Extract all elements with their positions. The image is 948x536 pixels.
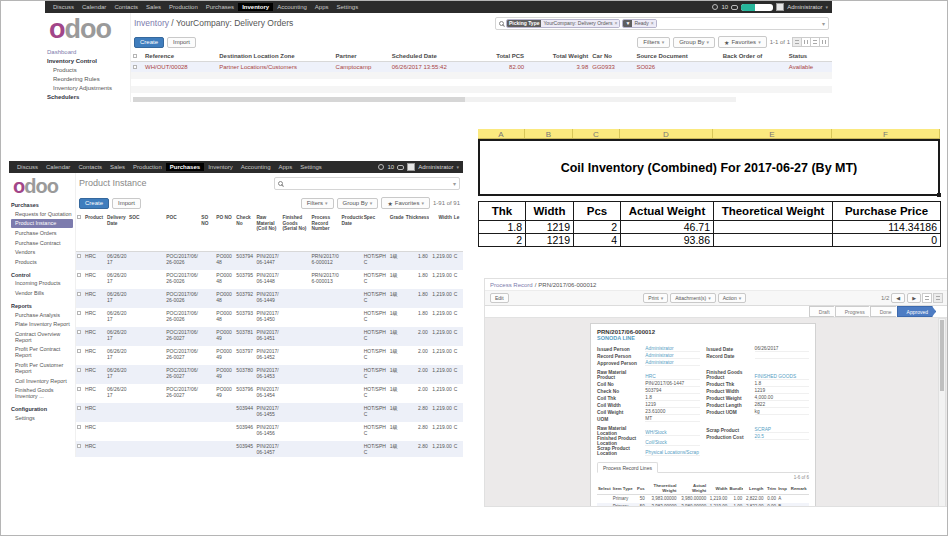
field-value[interactable]: FINISHED GOODS (755, 374, 809, 380)
row-checkbox[interactable] (76, 422, 84, 441)
table-row[interactable]: HRC06/26/2017POC/2017/06/26-0026PO000485… (76, 270, 463, 289)
field-value[interactable]: HRC (645, 374, 699, 380)
column-header[interactable]: Width (707, 482, 728, 495)
create-button[interactable]: Create (79, 198, 109, 209)
favorites-button[interactable]: ★Favorites▾ (718, 36, 767, 48)
column-header[interactable]: Partner (334, 51, 390, 62)
menu-item-inventory[interactable]: Inventory (238, 3, 273, 11)
horizontal-scrollbar[interactable] (133, 97, 736, 102)
menu-item-contacts[interactable]: Contacts (74, 163, 106, 171)
column-header[interactable]: Select (597, 482, 612, 495)
column-header[interactable]: Remark (790, 482, 809, 495)
table-row[interactable]: WH/OUT/00028Partner Locations/CustomersC… (131, 62, 832, 73)
row-checkbox[interactable] (131, 62, 143, 73)
menu-item-discuss[interactable]: Discuss (13, 163, 42, 171)
import-button[interactable]: Import (167, 37, 196, 48)
print-button[interactable]: Print▾ (643, 293, 668, 303)
status-step[interactable]: Done (870, 306, 900, 317)
column-header[interactable]: Total PCS (472, 51, 526, 62)
menu-item-sales[interactable]: Sales (106, 163, 129, 171)
field-value[interactable]: Administrator (645, 346, 699, 352)
search-input[interactable] (285, 180, 451, 186)
row-checkbox[interactable] (76, 365, 84, 384)
column-header[interactable]: Raw Material (Coil No) (255, 213, 281, 251)
select-all-checkbox[interactable] (131, 51, 143, 62)
row-checkbox[interactable] (76, 327, 84, 346)
remove-facet-icon[interactable]: × (651, 20, 654, 26)
sidebar-item[interactable]: Products (11, 257, 73, 267)
column-header[interactable]: Source Document (634, 51, 720, 62)
column-header[interactable]: Actual Weight (678, 482, 708, 495)
sidebar-item[interactable]: Incoming Products (11, 279, 73, 289)
column-header[interactable]: SOC (128, 213, 165, 251)
sidebar-item[interactable]: Profit Per Contract Report (11, 345, 73, 361)
column-header[interactable]: Destination Location Zone (217, 51, 333, 62)
sidebar-item[interactable]: Purchase Orders (11, 228, 73, 238)
column-header[interactable]: Spec (363, 213, 389, 251)
menu-item-settings[interactable]: Settings (333, 3, 363, 11)
action-button[interactable]: Action▾ (718, 293, 746, 303)
search-bar[interactable]: ▾ (274, 177, 460, 190)
calendar-view-icon[interactable] (819, 37, 829, 47)
menu-item-apps[interactable]: Apps (311, 3, 333, 11)
column-header[interactable]: SO NO (200, 213, 215, 251)
previous-record-button[interactable]: ◀ (891, 293, 905, 303)
sidebar-item[interactable]: Dashboard (47, 48, 128, 57)
chat-icon[interactable] (731, 5, 738, 10)
field-value[interactable]: WH/Stock (645, 430, 699, 436)
sidebar-item[interactable]: Purchase Contract (11, 238, 73, 248)
field-value[interactable]: Coil/Stock (645, 440, 699, 446)
table-row[interactable]: HRC06/26/2017POC/2017/06/26-0026PO000485… (76, 289, 463, 308)
column-header[interactable]: Product (84, 213, 106, 251)
column-header[interactable]: Finished Goods (Serial No) (281, 213, 310, 251)
column-header[interactable]: Pcs (574, 202, 621, 221)
filters-button[interactable]: Filters▾ (637, 37, 670, 48)
row-checkbox[interactable] (76, 308, 84, 327)
field-value[interactable]: Administrator (645, 353, 699, 359)
user-menu[interactable]: Administrator (787, 4, 822, 10)
table-row[interactable]: HRC06/26/2017POC/2017/06/26-0027PO000495… (76, 346, 463, 365)
menu-item-apps[interactable]: Apps (275, 163, 297, 171)
field-value[interactable]: Administrator (645, 360, 699, 366)
edit-button[interactable]: Edit (490, 293, 509, 303)
column-header[interactable]: PO NO (215, 213, 235, 251)
column-header[interactable]: Le (453, 213, 463, 251)
table-row[interactable]: 21219493.860 (479, 234, 941, 247)
column-header[interactable]: Grade (389, 213, 405, 251)
sidebar-item[interactable]: Product Instance (11, 219, 73, 229)
menu-item-production[interactable]: Production (165, 3, 202, 11)
status-step[interactable]: Progress (835, 306, 873, 317)
search-bar[interactable]: Picking Type YourCompany: Delivery Order… (495, 17, 829, 30)
selection-handle[interactable] (937, 193, 941, 197)
status-step[interactable]: Approved (897, 306, 936, 317)
sidebar-item[interactable]: Settings (11, 413, 73, 423)
column-header[interactable]: Length (743, 482, 764, 495)
table-row[interactable]: Primary503,983.000003,980.000001,219.001… (597, 495, 809, 503)
column-header[interactable]: Car No (590, 51, 634, 62)
column-header[interactable]: POC (165, 213, 200, 251)
menu-item-calendar[interactable]: Calendar (78, 3, 110, 11)
sidebar-item[interactable]: Requests for Quotation (11, 209, 73, 219)
column-letter[interactable]: E (713, 129, 832, 138)
column-header[interactable]: Item Type (612, 482, 635, 495)
column-header[interactable]: Bundle (728, 482, 743, 495)
column-header[interactable]: Status (787, 51, 832, 62)
table-row[interactable]: HRC06/26/2017POC/2017/06/26-0027PO000495… (76, 384, 463, 403)
column-header[interactable]: Purchase Price (833, 202, 941, 221)
column-header[interactable]: Scheduled Date (390, 51, 472, 62)
menu-item-purchases[interactable]: Purchases (202, 3, 238, 11)
sidebar-item[interactable]: Purchase Analysis (11, 310, 73, 320)
column-header[interactable]: Actual Weight (621, 202, 714, 221)
column-header[interactable]: Pcs (635, 482, 646, 495)
sidebar-item[interactable]: Vendors (11, 247, 73, 257)
column-letter[interactable]: B (525, 129, 573, 138)
table-row[interactable]: HRC503945PIN/2017/06-1457HOT/SPHC1級2.801… (76, 441, 463, 457)
column-header[interactable]: Total Weight (526, 51, 590, 62)
column-header[interactable]: Theoretical Weight (714, 202, 833, 221)
column-header[interactable]: Reference (143, 51, 217, 62)
group-by-button[interactable]: Group By▾ (673, 37, 715, 48)
column-header[interactable]: Thk (479, 202, 526, 221)
sidebar-item[interactable]: Reordering Rules (47, 75, 128, 84)
list-view-icon[interactable] (922, 293, 932, 303)
gear-icon[interactable] (712, 4, 718, 10)
